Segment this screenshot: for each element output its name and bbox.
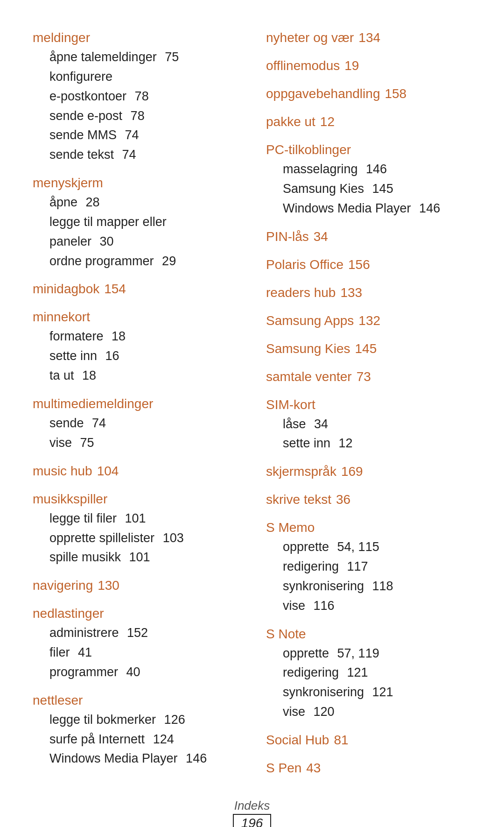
entry-header-samtale-venter: samtale venter73 bbox=[266, 367, 471, 387]
sub-entry: ta ut 18 bbox=[33, 366, 238, 386]
entry-label: nettleser bbox=[33, 693, 83, 707]
entry-label: pakke ut bbox=[266, 114, 315, 129]
entry-meldinger: meldinger åpne talemeldinger 75 konfigur… bbox=[33, 28, 238, 165]
entry-sim-kort: SIM-kort låse 34 sette inn 12 bbox=[266, 395, 471, 454]
sub-entry: filer 41 bbox=[33, 643, 238, 663]
entry-label: nedlastinger bbox=[33, 606, 104, 621]
sub-entry: vise 120 bbox=[266, 702, 471, 722]
entry-oppgavebehandling: oppgavebehandling158 bbox=[266, 84, 471, 104]
entry-header-skjermsprak: skjermspråk169 bbox=[266, 462, 471, 481]
entry-label: navigering bbox=[33, 578, 93, 593]
entry-label: readers hub bbox=[266, 285, 336, 300]
entry-pin-las: PIN-lås34 bbox=[266, 227, 471, 247]
sub-entry: legge til mapper ellerpaneler 30 bbox=[33, 212, 238, 252]
entry-header-meldinger: meldinger bbox=[33, 28, 238, 48]
sub-entry: sende 74 bbox=[33, 414, 238, 433]
entry-label: Samsung Kies bbox=[266, 341, 350, 356]
sub-entry: åpne talemeldinger 75 bbox=[33, 48, 238, 67]
page-container: meldinger åpne talemeldinger 75 konfigur… bbox=[0, 0, 504, 827]
sub-entry: surfe på Internett 124 bbox=[33, 730, 238, 749]
entry-label: nyheter og vær bbox=[266, 30, 354, 45]
entry-minidagbok: minidagbok154 bbox=[33, 279, 238, 299]
entry-label: oppgavebehandling bbox=[266, 86, 380, 101]
entry-label: Social Hub bbox=[266, 733, 329, 747]
entry-s-memo: S Memo opprette 54, 115 redigering 117 s… bbox=[266, 518, 471, 615]
entry-readers-hub: readers hub133 bbox=[266, 283, 471, 303]
sub-entry: masselagring 146 bbox=[266, 160, 471, 179]
sub-entry: administrere 152 bbox=[33, 623, 238, 643]
entry-samsung-apps: Samsung Apps132 bbox=[266, 311, 471, 331]
entry-multimediemeldinger: multimediemeldinger sende 74 vise 75 bbox=[33, 394, 238, 453]
sub-entry: redigering 117 bbox=[266, 557, 471, 577]
entry-label: offlinemodus bbox=[266, 58, 340, 73]
sub-entry: formatere 18 bbox=[33, 327, 238, 346]
entry-s-note: S Note opprette 57, 119 redigering 121 s… bbox=[266, 624, 471, 722]
sub-entry: opprette spillelister 103 bbox=[33, 529, 238, 548]
entry-header-navigering: navigering130 bbox=[33, 576, 238, 595]
entry-label: skjermspråk bbox=[266, 464, 336, 479]
entry-menyskjerm: menyskjerm åpne 28 legge til mapper elle… bbox=[33, 173, 238, 271]
entry-header-minnekort: minnekort bbox=[33, 307, 238, 327]
entry-label: PC-tilkoblinger bbox=[266, 142, 351, 157]
entry-header-sim-kort: SIM-kort bbox=[266, 395, 471, 415]
sub-entry: legge til bokmerker 126 bbox=[33, 710, 238, 730]
sub-entry: sende e-post 78 bbox=[33, 106, 238, 126]
entry-header-pc-tilkoblinger: PC-tilkoblinger bbox=[266, 140, 471, 160]
sub-entry: legge til filer 101 bbox=[33, 509, 238, 529]
entry-header-polaris-office: Polaris Office156 bbox=[266, 255, 471, 275]
entry-header-samsung-apps: Samsung Apps132 bbox=[266, 311, 471, 331]
sub-entry: sette inn 12 bbox=[266, 434, 471, 453]
entry-header-nettleser: nettleser bbox=[33, 691, 238, 710]
sub-entry: låse 34 bbox=[266, 415, 471, 434]
entry-label: minidagbok bbox=[33, 282, 99, 296]
entry-label: music hub bbox=[33, 464, 92, 478]
entry-nedlastinger: nedlastinger administrere 152 filer 41 p… bbox=[33, 604, 238, 682]
entry-offlinemodus: offlinemodus19 bbox=[266, 56, 471, 76]
sub-entry: synkronisering 121 bbox=[266, 683, 471, 702]
entry-header-s-memo: S Memo bbox=[266, 518, 471, 537]
right-column: nyheter og vær134 offlinemodus19 oppgave… bbox=[257, 28, 471, 780]
entry-label: Samsung Apps bbox=[266, 313, 354, 328]
sub-entry: sette inn 16 bbox=[33, 346, 238, 366]
entry-header-minidagbok: minidagbok154 bbox=[33, 279, 238, 299]
entry-s-pen: S Pen43 bbox=[266, 758, 471, 778]
entry-header-multimediemeldinger: multimediemeldinger bbox=[33, 394, 238, 414]
entry-header-social-hub: Social Hub81 bbox=[266, 730, 471, 750]
sub-entry: Windows Media Player 146 bbox=[33, 749, 238, 769]
entry-header-menyskjerm: menyskjerm bbox=[33, 173, 238, 193]
entry-label: S Note bbox=[266, 627, 306, 641]
entry-header-skrive-tekst: skrive tekst36 bbox=[266, 490, 471, 509]
sub-entry: opprette 54, 115 bbox=[266, 537, 471, 557]
entry-label: meldinger bbox=[33, 30, 90, 45]
sub-entry: vise 116 bbox=[266, 596, 471, 616]
entry-pakke-ut: pakke ut12 bbox=[266, 112, 471, 132]
sub-entry: opprette 57, 119 bbox=[266, 644, 471, 664]
sub-entry: Windows Media Player 146 bbox=[266, 199, 471, 219]
entry-music-hub: music hub104 bbox=[33, 461, 238, 481]
entry-header-offlinemodus: offlinemodus19 bbox=[266, 56, 471, 76]
sub-entry: sende MMS 74 bbox=[33, 126, 238, 145]
entry-skrive-tekst: skrive tekst36 bbox=[266, 490, 471, 509]
entry-header-readers-hub: readers hub133 bbox=[266, 283, 471, 303]
entry-pc-tilkoblinger: PC-tilkoblinger masselagring 146 Samsung… bbox=[266, 140, 471, 219]
footer-page-number: 196 bbox=[233, 814, 272, 827]
entry-label: musikkspiller bbox=[33, 492, 107, 506]
page-footer: Indeks 196 bbox=[33, 799, 471, 827]
sub-entry: ordne programmer 29 bbox=[33, 252, 238, 271]
entry-label: minnekort bbox=[33, 310, 90, 324]
sub-entry: redigering 121 bbox=[266, 663, 471, 683]
entry-nettleser: nettleser legge til bokmerker 126 surfe … bbox=[33, 691, 238, 769]
sub-entry: Samsung Kies 145 bbox=[266, 179, 471, 199]
entry-skjermsprak: skjermspråk169 bbox=[266, 462, 471, 481]
sub-entry: synkronisering 118 bbox=[266, 577, 471, 596]
entry-nyheter: nyheter og vær134 bbox=[266, 28, 471, 48]
entry-label: skrive tekst bbox=[266, 492, 331, 507]
entry-label: samtale venter bbox=[266, 369, 352, 384]
footer-label: Indeks bbox=[33, 799, 471, 813]
sub-entry: spille musikk 101 bbox=[33, 548, 238, 567]
entry-header-s-note: S Note bbox=[266, 624, 471, 644]
sub-entry: sende tekst 74 bbox=[33, 145, 238, 165]
sub-entry: programmer 40 bbox=[33, 663, 238, 682]
entry-header-samsung-kies: Samsung Kies145 bbox=[266, 339, 471, 359]
entry-musikkspiller: musikkspiller legge til filer 101 oppret… bbox=[33, 489, 238, 568]
